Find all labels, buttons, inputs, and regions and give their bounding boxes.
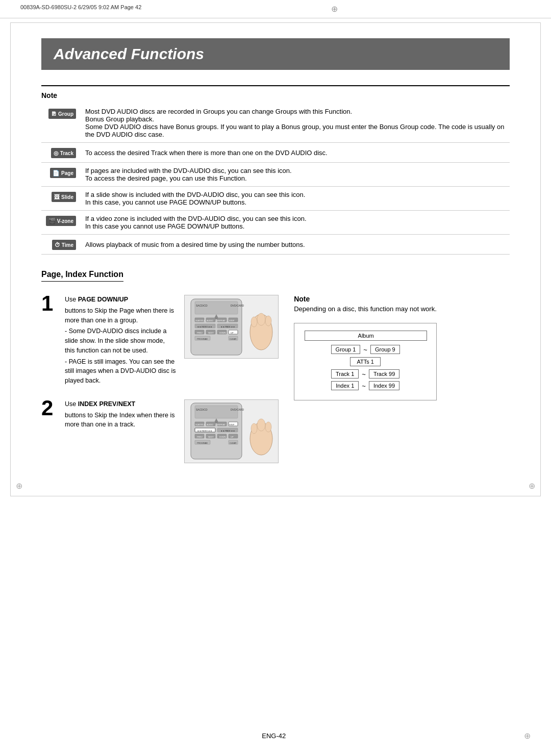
section-title: Page, Index Function: [41, 270, 123, 282]
svg-text:CLEAR: CLEAR: [230, 338, 236, 340]
step-1-number: 1: [41, 293, 57, 314]
diagram-group-row: Group 1 ~ Group 9: [305, 345, 426, 354]
step1-bold: PAGE DOWN/UP: [78, 296, 128, 303]
note-section: Note 🖹 Group Most DVD AUDIO discs are re…: [41, 85, 510, 255]
svg-text:STEP: STEP: [229, 319, 235, 322]
svg-text:CLEAR: CLEAR: [230, 442, 236, 444]
diagram-box: Album Group 1 ~ Group 9 ATTs 1: [294, 323, 437, 400]
crosshair-bottom-right: ⊕: [529, 481, 535, 491]
remote-svg-2: SACD/CD DVD/CARD SUBTITLE: [186, 400, 278, 462]
table-row: ◎ Track To access the desired Track when…: [41, 143, 510, 163]
svg-text:◄◄ INDEX ►►: ◄◄ INDEX ►►: [197, 325, 212, 328]
svg-text:PREV: PREV: [197, 332, 203, 334]
step-2-number: 2: [41, 397, 57, 419]
page-wrapper: 00839A-SD-6980SU-2 6/29/05 9:02 AM Page …: [0, 0, 551, 756]
svg-text:SACD/CD: SACD/CD: [196, 304, 208, 307]
slide-label: Slide: [61, 194, 73, 200]
time-icon-badge: ⏱ Time: [52, 240, 76, 250]
right-note-text: Depending on a disc, this function may n…: [294, 305, 510, 313]
svg-text:NEXT: NEXT: [208, 436, 214, 438]
time-text: Allows playback of music from a desired …: [82, 235, 510, 255]
table-row: 🖹 Group Most DVD AUDIO discs are recorde…: [41, 104, 510, 143]
group-text: Most DVD AUDIO discs are recorded in Gro…: [82, 104, 510, 143]
svg-text:NEXT: NEXT: [208, 332, 214, 334]
header-text: 00839A-SD-6980SU-2 6/29/05 9:02 AM Page …: [20, 4, 141, 14]
table-row: 📄 Page If pages are included with the DV…: [41, 163, 510, 187]
vzone-text: If a video zone is included with the DVD…: [82, 211, 510, 235]
track-text: To access the desired Track when there i…: [82, 143, 510, 163]
svg-text:UP: UP: [231, 332, 234, 334]
icon-cell-time: ⏱ Time: [41, 235, 82, 255]
vzone-label: V-zone: [57, 218, 73, 224]
page-number: ENG-42: [262, 732, 286, 740]
crosshair-footer: ⊕: [524, 731, 531, 741]
icon-cell-track: ◎ Track: [41, 143, 82, 163]
right-note-label: Note: [294, 295, 510, 303]
icon-cell-group: 🖹 Group: [41, 104, 82, 143]
index-1-box: Index 1: [331, 381, 359, 390]
svg-text:STEP: STEP: [229, 423, 235, 426]
table-row: 🖼 Slide If a slide show is included with…: [41, 187, 510, 211]
right-column: Note Depending on a disc, this function …: [294, 295, 510, 475]
page-label: Page: [61, 170, 73, 176]
svg-text:SUBTITLE: SUBTITLE: [195, 423, 205, 426]
main-content: Advanced Functions Note 🖹 Group: [11, 23, 540, 496]
group-icon-badge: 🖹 Group: [48, 109, 76, 119]
svg-text:DVD/CARD: DVD/CARD: [231, 408, 244, 411]
step-1-content: Use PAGE DOWN/UP buttons to Skip the Pag…: [65, 295, 176, 387]
group-icon: 🖹: [51, 111, 57, 117]
svg-point-32: [251, 317, 257, 327]
svg-point-30: [257, 313, 265, 325]
group-label: Group: [58, 111, 73, 117]
svg-text:DOWN: DOWN: [219, 332, 226, 334]
track-icon: ◎: [54, 150, 59, 157]
tilde-1: ~: [363, 346, 367, 354]
tilde-3: ~: [362, 382, 366, 390]
svg-text:PROGRAM: PROGRAM: [197, 338, 208, 340]
track-icon-badge: ◎ Track: [51, 148, 76, 158]
step2-bold: INDEX PREV/NEXT: [78, 400, 136, 408]
svg-text:◄◄ PAGE ►►: ◄◄ PAGE ►►: [220, 325, 235, 328]
slide-icon: 🖼: [54, 194, 60, 200]
icon-cell-slide: 🖼 Slide: [41, 187, 82, 211]
album-label: Album: [305, 331, 427, 341]
title-banner: Advanced Functions: [41, 38, 510, 70]
remote-svg-1: SACD/CD DVD/CARD SUBTITLE: [186, 296, 278, 358]
page-footer: x ENG-42 ⊕: [0, 731, 551, 741]
crosshair-bottom-left: ⊕: [16, 481, 22, 491]
two-column-layout: 1 Use PAGE DOWN/UP buttons to Skip the P…: [41, 295, 510, 475]
page-icon-badge: 📄 Page: [50, 168, 76, 178]
svg-point-63: [257, 419, 265, 431]
left-column: 1 Use PAGE DOWN/UP buttons to Skip the P…: [41, 295, 279, 475]
diagram-track-row: Track 1 ~ Track 99: [305, 369, 426, 379]
vzone-icon: 🎬: [48, 218, 56, 224]
note-box-right: Note Depending on a disc, this function …: [294, 295, 510, 313]
track-99-box: Track 99: [369, 369, 399, 379]
slide-text: If a slide show is included with the DVD…: [82, 187, 510, 211]
tilde-2: ~: [362, 370, 366, 378]
time-label: Time: [62, 242, 73, 248]
svg-text:DVD/CARD: DVD/CARD: [231, 304, 244, 307]
page-title: Advanced Functions: [54, 45, 497, 63]
svg-text:DOWN: DOWN: [219, 436, 226, 438]
step-2-text: Use INDEX PREV/NEXT buttons to Skip the …: [65, 399, 176, 430]
note-table: 🖹 Group Most DVD AUDIO discs are recorde…: [41, 104, 510, 255]
group-1-box: Group 1: [331, 345, 361, 354]
svg-rect-34: [195, 406, 238, 418]
atts-label: ATTs 1: [350, 357, 380, 366]
step-2-content: Use INDEX PREV/NEXT buttons to Skip the …: [65, 399, 176, 431]
page-index-section: Page, Index Function 1 Use PAGE DOWN/UP …: [41, 270, 510, 475]
remote-control-image-2: SACD/CD DVD/CARD SUBTITLE: [184, 399, 279, 463]
svg-text:SACD/CD: SACD/CD: [196, 408, 208, 411]
track-label: Track: [60, 150, 73, 156]
icon-cell-page: 📄 Page: [41, 163, 82, 187]
icon-cell-vzone: 🎬 V-zone: [41, 211, 82, 235]
svg-point-64: [265, 422, 271, 432]
svg-text:SUBTITLE: SUBTITLE: [195, 319, 205, 322]
table-row: ⏱ Time Allows playback of music from a d…: [41, 235, 510, 255]
vzone-icon-badge: 🎬 V-zone: [46, 216, 76, 226]
page-text: If pages are included with the DVD-AUDIO…: [82, 163, 510, 187]
step-1-text: Use PAGE DOWN/UP buttons to Skip the Pag…: [65, 295, 176, 386]
slide-icon-badge: 🖼 Slide: [52, 192, 76, 202]
svg-point-31: [265, 316, 271, 326]
